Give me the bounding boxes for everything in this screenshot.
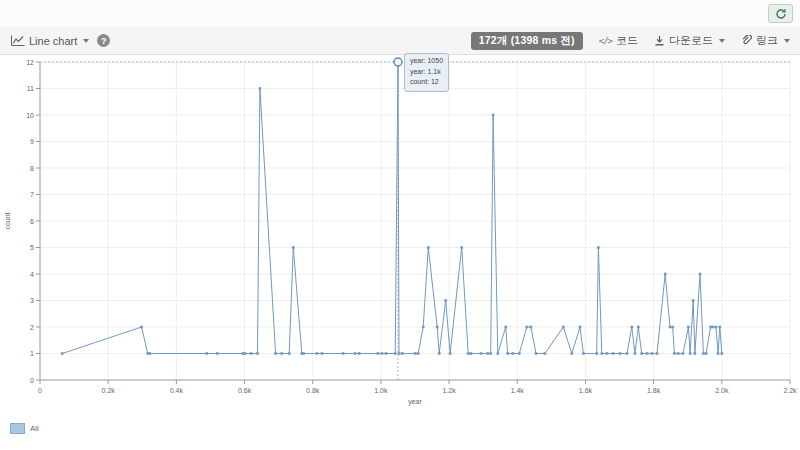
svg-text:1.2k: 1.2k [442,387,456,394]
top-bar [0,0,800,28]
download-label: 다운로드 [669,33,713,48]
legend-label: All [30,424,39,433]
svg-text:7: 7 [30,191,34,198]
help-icon[interactable]: ? [97,34,110,47]
chart-type-label: Line chart [29,35,77,47]
grid-layer [40,62,790,380]
highlight-marker [394,58,402,66]
code-label: 코드 [616,33,638,48]
chart-tooltip: year: 1050 year: 1.1k count: 12 [404,53,449,92]
chart-toolbar: Line chart ? 172개 (1398 ms 전) </> 코드 다운로… [0,27,800,55]
svg-text:1: 1 [30,350,34,357]
svg-text:6: 6 [30,218,34,225]
chevron-down-icon [719,39,725,43]
svg-text:1.0k: 1.0k [374,387,388,394]
svg-text:1.8k: 1.8k [647,387,661,394]
tooltip-line-year: year: 1050 [410,56,443,67]
svg-text:2: 2 [30,324,34,331]
svg-text:0.8k: 0.8k [306,387,320,394]
tooltip-line-bucket: year: 1.1k [410,67,443,78]
series-line [62,62,722,354]
svg-text:3: 3 [30,297,34,304]
chart-area: 00.2k0.4k0.6k0.8k1.0k1.2k1.4k1.6k1.8k2.0… [0,55,800,450]
svg-text:0: 0 [38,387,42,394]
svg-text:2.2k: 2.2k [783,387,797,394]
legend-swatch [10,423,25,434]
svg-text:0.2k: 0.2k [102,387,116,394]
svg-text:11: 11 [27,85,34,92]
svg-text:4: 4 [30,271,34,278]
line-chart-icon [10,35,25,47]
link-icon [741,35,752,46]
result-count-badge: 172개 (1398 ms 전) [471,32,583,50]
download-icon [654,35,665,46]
svg-text:0: 0 [30,377,34,384]
svg-text:5: 5 [30,244,34,251]
link-dropdown[interactable]: 링크 [741,33,790,48]
svg-text:0.6k: 0.6k [238,387,252,394]
svg-text:9: 9 [30,138,34,145]
y-axis-title: count [4,212,11,229]
axis-layer: 00.2k0.4k0.6k0.8k1.0k1.2k1.4k1.6k1.8k2.0… [26,59,797,395]
svg-text:0.4k: 0.4k [170,387,184,394]
data-point-markers [61,61,723,355]
tooltip-line-count: count: 12 [410,77,443,88]
svg-text:8: 8 [30,165,34,172]
svg-text:10: 10 [26,112,34,119]
svg-text:12: 12 [26,59,34,66]
legend[interactable]: All [10,423,39,434]
app-window: Line chart ? 172개 (1398 ms 전) </> 코드 다운로… [0,0,800,450]
line-chart-svg[interactable]: 00.2k0.4k0.6k0.8k1.0k1.2k1.4k1.6k1.8k2.0… [0,55,800,450]
link-label: 링크 [756,33,778,48]
toolbar-right: 172개 (1398 ms 전) </> 코드 다운로드 링크 [471,32,790,50]
x-axis-title: year [408,398,422,406]
svg-text:2.0k: 2.0k [715,387,729,394]
code-button[interactable]: </> 코드 [599,33,638,48]
svg-text:1.4k: 1.4k [511,387,525,394]
toolbar-left: Line chart ? [10,34,110,47]
chevron-down-icon [83,39,89,43]
chevron-down-icon [784,39,790,43]
chart-type-dropdown[interactable]: Line chart [10,35,89,47]
refresh-button[interactable] [768,4,793,23]
refresh-icon [775,8,787,20]
svg-text:1.6k: 1.6k [579,387,593,394]
download-dropdown[interactable]: 다운로드 [654,33,725,48]
code-icon: </> [599,36,612,46]
